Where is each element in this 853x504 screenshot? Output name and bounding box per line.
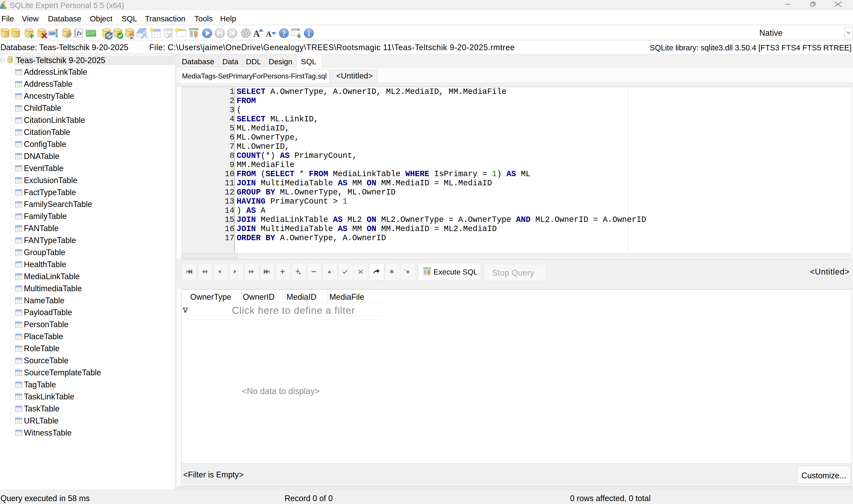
svg-text:i: i [308, 29, 310, 37]
svg-text:A: A [266, 30, 272, 39]
svg-text:?: ? [282, 29, 286, 37]
svg-text:fx: fx [77, 30, 82, 36]
svg-text:A: A [253, 29, 260, 39]
svg-text:EXIT: EXIT [87, 32, 94, 35]
